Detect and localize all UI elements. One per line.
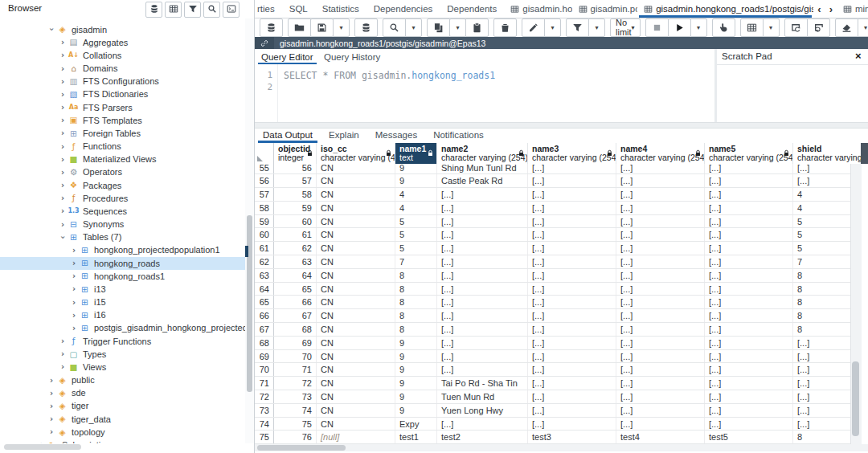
data-cell[interactable]: [...] <box>705 418 793 431</box>
data-cell[interactable]: [...] <box>437 337 528 349</box>
data-cell[interactable]: 56 <box>274 164 317 173</box>
data-cell[interactable]: 8 <box>793 323 850 336</box>
data-cell[interactable]: [...] <box>705 164 793 173</box>
tab-scroll-right-button[interactable]: › <box>825 0 837 18</box>
data-cell[interactable]: [...] <box>616 309 705 322</box>
chevron-right-icon[interactable]: › <box>69 298 79 307</box>
tree-item-fts-configurations[interactable]: ›▥FTS Configurations <box>0 75 245 88</box>
data-cell[interactable]: CN <box>317 202 395 214</box>
tree-item-postgis-gisadmin-hongkong-projectedpopulation1[interactable]: ›⊞postgis_gisadmin_hongkong_projectedpop… <box>0 321 245 334</box>
caret-down-button[interactable]: ▾ <box>588 18 605 37</box>
data-cell[interactable]: CN <box>317 215 395 228</box>
tab-query-editor[interactable]: Query Editor <box>258 49 317 64</box>
data-cell[interactable]: CN <box>317 350 395 363</box>
data-cell[interactable]: [...] <box>437 296 528 308</box>
data-cell[interactable]: [...] <box>705 283 793 296</box>
chevron-right-icon[interactable]: › <box>69 271 79 280</box>
data-cell[interactable]: CN <box>317 255 395 268</box>
data-cell[interactable]: 58 <box>274 188 317 201</box>
data-cell[interactable]: Expy <box>395 418 437 431</box>
data-cell[interactable]: [...] <box>705 228 793 241</box>
paste-button[interactable] <box>465 18 489 37</box>
data-cell[interactable]: [...] <box>528 404 616 417</box>
tree-item-tiger[interactable]: ›◈tiger <box>0 399 245 412</box>
data-cell[interactable]: 9 <box>395 363 437 376</box>
tree-item-operators[interactable]: ›⚙Operators <box>0 165 245 178</box>
chevron-right-icon[interactable]: › <box>58 51 68 59</box>
data-cell[interactable]: [...] <box>793 164 850 173</box>
tree-item-fts-templates[interactable]: ›▣FTS Templates <box>0 114 245 127</box>
data-cell[interactable]: CN <box>317 363 395 376</box>
data-cell[interactable]: test3 <box>528 431 616 443</box>
data-cell[interactable]: [...] <box>616 390 705 403</box>
grid-vertical-scrollbar-thumb[interactable] <box>852 361 859 436</box>
data-cell[interactable]: [...] <box>616 174 705 187</box>
data-cell[interactable]: [...] <box>616 296 705 308</box>
data-cell[interactable]: 9 <box>395 164 437 173</box>
data-cell[interactable]: [...] <box>705 363 793 376</box>
chevron-right-icon[interactable]: › <box>58 129 68 137</box>
caret-down-button[interactable]: ▾ <box>333 18 350 37</box>
data-cell[interactable]: 76 <box>274 431 317 443</box>
tree-item-collations[interactable]: ›A↓Collations <box>0 49 245 62</box>
query-tool-tab-2[interactable]: gisadmin.post... <box>572 0 638 18</box>
save-data-changes-button[interactable] <box>260 18 283 37</box>
data-cell[interactable]: 7 <box>395 255 437 268</box>
data-cell[interactable]: test1 <box>395 431 437 443</box>
tree-item-i13[interactable]: ›⊞i13 <box>0 283 245 296</box>
data-cell[interactable]: [...] <box>616 228 705 241</box>
data-cell[interactable]: [...] <box>437 418 528 431</box>
data-cell[interactable]: [...] <box>705 377 793 390</box>
tab-scroll-left-button[interactable]: ‹ <box>813 0 825 18</box>
column-header-objectid[interactable]: objectidinteger <box>274 143 317 164</box>
data-cell[interactable]: 8 <box>793 269 850 282</box>
data-cell[interactable]: 61 <box>274 228 317 241</box>
data-cell[interactable]: 8 <box>395 296 437 308</box>
rollback-button[interactable] <box>807 18 830 37</box>
chevron-right-icon[interactable]: › <box>37 440 47 443</box>
data-cell[interactable]: 4 <box>793 202 850 214</box>
data-cell[interactable]: [...] <box>705 269 793 282</box>
tree-item-sde[interactable]: ›◈sde <box>0 386 245 399</box>
tab-data-output[interactable]: Data Output <box>255 127 321 143</box>
data-cell[interactable]: [...] <box>437 323 528 336</box>
data-cell[interactable]: 67 <box>274 309 317 322</box>
data-cell[interactable]: CN <box>317 296 395 308</box>
chevron-right-icon[interactable]: › <box>58 206 68 215</box>
chevron-right-icon[interactable]: › <box>47 389 56 398</box>
browser-table-button[interactable] <box>165 2 182 18</box>
data-cell[interactable]: [...] <box>437 255 528 268</box>
chevron-right-icon[interactable]: › <box>69 284 79 293</box>
chevron-right-icon[interactable]: › <box>58 362 68 371</box>
data-cell[interactable]: [...] <box>528 202 616 214</box>
data-cell[interactable]: CN <box>317 283 395 296</box>
scratch-pad-splitter[interactable] <box>714 49 717 122</box>
data-cell[interactable]: [...] <box>437 228 528 241</box>
data-cell[interactable]: 66 <box>274 296 317 308</box>
data-cell[interactable]: 64 <box>274 269 317 282</box>
data-cell[interactable]: test2 <box>437 431 528 443</box>
data-cell[interactable]: [...] <box>528 337 616 349</box>
data-cell[interactable]: [...] <box>616 350 705 363</box>
data-cell[interactable]: 65 <box>274 283 317 296</box>
data-cell[interactable]: [...] <box>793 337 850 349</box>
tree-item-subscriptions[interactable]: ›↻Subscriptions <box>0 439 245 443</box>
data-cell[interactable]: 8 <box>793 296 850 308</box>
data-cell[interactable]: [...] <box>793 418 850 431</box>
tree-item-topology[interactable]: ›◈topology <box>0 426 245 439</box>
tree-item-i16[interactable]: ›⊞i16 <box>0 308 245 321</box>
data-cell[interactable]: [...] <box>528 269 616 282</box>
caret-down-button[interactable]: ▾ <box>544 18 561 37</box>
data-cell[interactable]: 59 <box>274 202 317 214</box>
caret-down-button[interactable]: ▾ <box>449 18 466 37</box>
data-cell[interactable]: [...] <box>616 283 705 296</box>
query-tool-tab-1[interactable]: gisadmin.hong... <box>504 0 571 18</box>
data-cell[interactable]: test5 <box>705 431 793 443</box>
chevron-down-icon[interactable]: › <box>47 25 56 35</box>
data-cell[interactable]: [...] <box>437 215 528 228</box>
browser-terminal-button[interactable] <box>223 2 240 18</box>
data-cell[interactable]: Tai Po Rd - Sha Tin <box>437 377 528 390</box>
tree-item-tiger-data[interactable]: ›◈tiger_data <box>0 413 245 426</box>
tree-item-public[interactable]: ›◈public <box>0 373 245 386</box>
data-cell[interactable]: [...] <box>528 323 616 336</box>
